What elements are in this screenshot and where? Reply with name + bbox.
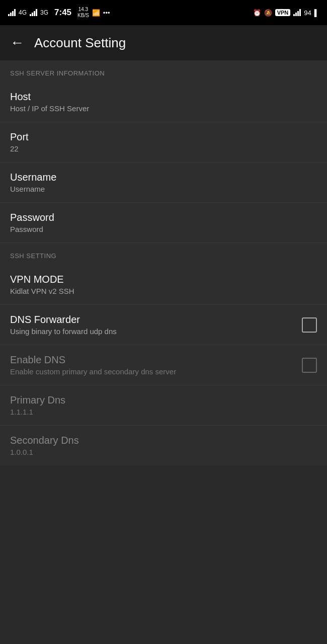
vpn-mode-label: VPN MODE bbox=[10, 274, 317, 285]
dns-forwarder-checkbox[interactable] bbox=[302, 317, 317, 333]
primary-dns-item[interactable]: Primary Dns 1.1.1.1 bbox=[0, 385, 327, 426]
enable-dns-text: Enable DNS Enable custom primary and sec… bbox=[10, 354, 302, 376]
username-text: Username Username bbox=[10, 172, 317, 193]
page-title: Account Setting bbox=[34, 35, 126, 51]
more-icon: ••• bbox=[103, 9, 110, 17]
signal-4g bbox=[8, 9, 16, 16]
status-left: 4G 3G 7:45 14.3KB/S 📶 ••• bbox=[8, 7, 110, 19]
vpn-mode-item[interactable]: VPN MODE Kidlat VPN v2 SSH bbox=[0, 265, 327, 305]
enable-dns-label: Enable DNS bbox=[10, 354, 302, 366]
secondary-dns-sublabel: 1.0.0.1 bbox=[10, 448, 317, 456]
ssh-server-section-header: SSH SERVER INFORMATION bbox=[0, 60, 327, 82]
port-sublabel: 22 bbox=[10, 144, 317, 153]
signal-3g bbox=[30, 9, 37, 16]
username-label: Username bbox=[10, 172, 317, 183]
alarm-icon: ⏰ bbox=[253, 9, 261, 17]
host-label: Host bbox=[10, 91, 317, 103]
battery-icon: ▌ bbox=[314, 9, 319, 17]
back-button[interactable]: ← bbox=[10, 36, 24, 50]
vpn-mode-text: VPN MODE Kidlat VPN v2 SSH bbox=[10, 274, 317, 295]
primary-dns-label: Primary Dns bbox=[10, 394, 317, 406]
secondary-dns-text: Secondary Dns 1.0.0.1 bbox=[10, 435, 317, 456]
secondary-dns-label: Secondary Dns bbox=[10, 435, 317, 446]
dns-forwarder-label: DNS Forwarder bbox=[10, 314, 302, 326]
status-right: ⏰ 🔕 VPN 94 ▌ bbox=[253, 9, 319, 17]
primary-dns-text: Primary Dns 1.1.1.1 bbox=[10, 394, 317, 416]
host-item[interactable]: Host Host / IP of SSH Server bbox=[0, 82, 327, 122]
dns-forwarder-item[interactable]: DNS Forwarder Using binary to forward ud… bbox=[0, 305, 327, 345]
port-item[interactable]: Port 22 bbox=[0, 122, 327, 163]
app-bar: ← Account Setting bbox=[0, 25, 327, 60]
enable-dns-checkbox[interactable] bbox=[302, 358, 317, 373]
password-sublabel: Password bbox=[10, 225, 317, 233]
username-item[interactable]: Username Username bbox=[0, 163, 327, 203]
vpn-mode-sublabel: Kidlat VPN v2 SSH bbox=[10, 287, 317, 295]
enable-dns-item[interactable]: Enable DNS Enable custom primary and sec… bbox=[0, 345, 327, 385]
battery-level: 94 bbox=[304, 9, 311, 17]
enable-dns-sublabel: Enable custom primary and secondary dns … bbox=[10, 367, 302, 376]
time-display: 7:45 bbox=[54, 8, 71, 18]
secondary-dns-item[interactable]: Secondary Dns 1.0.0.1 bbox=[0, 426, 327, 465]
username-sublabel: Username bbox=[10, 185, 317, 193]
data-rate: 14.3KB/S bbox=[77, 7, 89, 19]
password-item[interactable]: Password Password bbox=[0, 203, 327, 243]
network-label-3g: 3G bbox=[40, 9, 48, 16]
ssh-setting-section-header: SSH SETTING bbox=[0, 243, 327, 265]
password-text: Password Password bbox=[10, 212, 317, 233]
network-label-4g: 4G bbox=[19, 9, 27, 16]
host-text: Host Host / IP of SSH Server bbox=[10, 91, 317, 113]
primary-dns-sublabel: 1.1.1.1 bbox=[10, 408, 317, 416]
settings-content: SSH SERVER INFORMATION Host Host / IP of… bbox=[0, 60, 327, 465]
sim-icon: 📶 bbox=[92, 9, 100, 17]
vpn-badge: VPN bbox=[275, 9, 291, 16]
password-label: Password bbox=[10, 212, 317, 223]
host-sublabel: Host / IP of SSH Server bbox=[10, 104, 317, 113]
notification-icon: 🔕 bbox=[264, 9, 272, 17]
port-text: Port 22 bbox=[10, 131, 317, 153]
port-label: Port bbox=[10, 131, 317, 143]
dns-forwarder-sublabel: Using binary to forward udp dns bbox=[10, 327, 302, 336]
status-bar: 4G 3G 7:45 14.3KB/S 📶 ••• ⏰ 🔕 VPN 94 ▌ bbox=[0, 0, 327, 25]
signal-lte bbox=[293, 9, 301, 16]
dns-forwarder-text: DNS Forwarder Using binary to forward ud… bbox=[10, 314, 302, 336]
